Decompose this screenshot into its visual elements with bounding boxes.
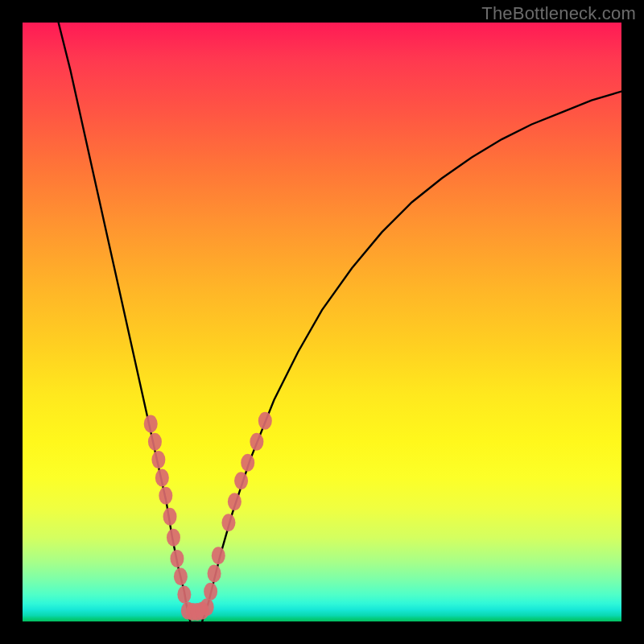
marker-point xyxy=(159,487,172,505)
marker-point xyxy=(155,469,169,486)
marker-point xyxy=(167,529,180,547)
markers xyxy=(144,412,272,621)
marker-point xyxy=(258,412,272,430)
marker-point xyxy=(163,508,177,526)
marker-point xyxy=(177,586,191,604)
marker-point xyxy=(228,493,242,510)
chart-svg xyxy=(23,23,621,621)
marker-point xyxy=(221,514,235,531)
marker-point xyxy=(151,451,165,469)
curve-right xyxy=(202,92,621,621)
marker-point xyxy=(170,550,184,568)
marker-point xyxy=(148,433,162,451)
marker-point xyxy=(241,454,254,472)
plot-area xyxy=(23,23,621,621)
marker-point xyxy=(174,568,188,585)
marker-point xyxy=(204,583,217,601)
marker-point xyxy=(144,415,158,432)
series-right-branch xyxy=(202,92,621,621)
marker-point xyxy=(250,433,263,451)
chart-frame: TheBottleneck.com xyxy=(0,0,644,644)
marker-point xyxy=(212,547,225,564)
watermark-text: TheBottleneck.com xyxy=(481,3,636,24)
marker-point xyxy=(200,598,214,616)
marker-point xyxy=(208,564,221,582)
marker-point xyxy=(234,472,248,489)
